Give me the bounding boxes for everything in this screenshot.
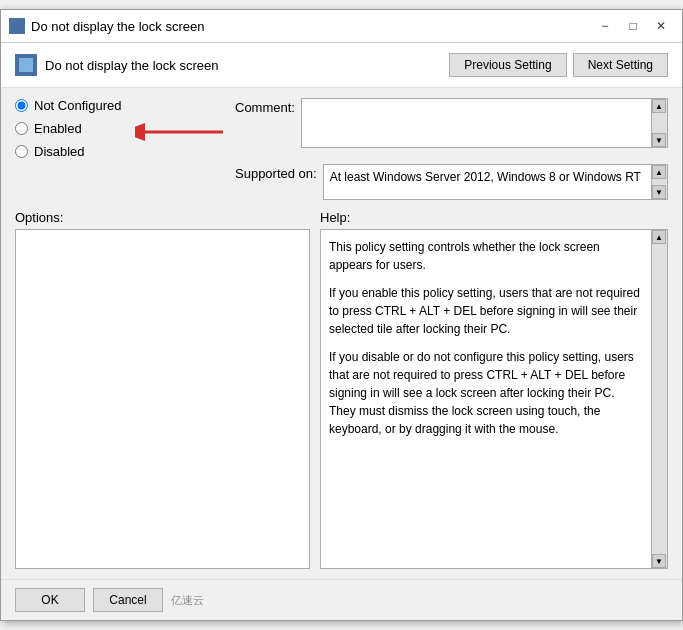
comment-box-wrap: ▲ ▼ [301,98,668,148]
supported-section: Supported on: At least Windows Server 20… [235,164,668,200]
options-label: Options: [15,210,310,225]
radio-enabled-label[interactable]: Enabled [34,121,82,136]
options-box [15,229,310,569]
radio-enabled-input[interactable] [15,122,28,135]
help-box-wrap: This policy setting controls whether the… [320,229,668,569]
red-arrow-icon [135,117,225,147]
supported-value: At least Windows Server 2012, Windows 8 … [323,164,652,200]
help-label: Help: [320,210,668,225]
radio-enabled: Enabled [15,121,235,136]
radio-disabled: Disabled [15,144,235,159]
help-scroll-down[interactable]: ▼ [652,554,666,568]
header-title: Do not display the lock screen [45,58,218,73]
help-para-2: If you enable this policy setting, users… [329,284,643,338]
watermark: 亿速云 [171,593,204,608]
supported-scrollbar[interactable]: ▲ ▼ [652,164,668,200]
supported-scroll-up[interactable]: ▲ [652,165,666,179]
comment-scrollbar[interactable]: ▲ ▼ [652,98,668,148]
radio-disabled-input[interactable] [15,145,28,158]
comment-section: Comment: ▲ ▼ [235,98,668,148]
help-scroll-up[interactable]: ▲ [652,230,666,244]
right-panel: Comment: ▲ ▼ Supported on: At least Wind… [235,98,668,200]
supported-scroll-down[interactable]: ▼ [652,185,666,199]
comment-textarea[interactable] [301,98,652,148]
help-text: This policy setting controls whether the… [320,229,652,569]
close-button[interactable]: ✕ [648,16,674,36]
title-bar-icon [9,18,25,34]
next-setting-button[interactable]: Next Setting [573,53,668,77]
maximize-button[interactable]: □ [620,16,646,36]
comment-label: Comment: [235,98,295,115]
radio-group: Not Configured Enabled [15,98,235,159]
minimize-button[interactable]: − [592,16,618,36]
radio-disabled-label[interactable]: Disabled [34,144,85,159]
help-para-1: This policy setting controls whether the… [329,238,643,274]
bottom-panels: Options: Help: This policy setting contr… [1,210,682,579]
ok-button[interactable]: OK [15,588,85,612]
scroll-up-arrow[interactable]: ▲ [652,99,666,113]
radio-not-configured-label[interactable]: Not Configured [34,98,121,113]
help-panel: Help: This policy setting controls wheth… [320,210,668,569]
header-buttons: Previous Setting Next Setting [449,53,668,77]
title-bar: Do not display the lock screen − □ ✕ [1,10,682,43]
left-panel: Not Configured Enabled [15,98,235,200]
help-scrollbar[interactable]: ▲ ▼ [652,229,668,569]
options-panel: Options: [15,210,310,569]
dialog-window: Do not display the lock screen − □ ✕ Do … [0,9,683,621]
scroll-down-arrow[interactable]: ▼ [652,133,666,147]
content-area: Not Configured Enabled [1,88,682,210]
previous-setting-button[interactable]: Previous Setting [449,53,566,77]
footer: OK Cancel 亿速云 [1,579,682,620]
supported-label: Supported on: [235,164,317,181]
header-area: Do not display the lock screen Previous … [1,43,682,88]
radio-not-configured-input[interactable] [15,99,28,112]
radio-not-configured: Not Configured [15,98,235,113]
supported-box-wrap: At least Windows Server 2012, Windows 8 … [323,164,668,200]
header-left: Do not display the lock screen [15,54,218,76]
policy-icon [15,54,37,76]
title-bar-text: Do not display the lock screen [31,19,586,34]
help-para-3: If you disable or do not configure this … [329,348,643,438]
window-controls: − □ ✕ [592,16,674,36]
cancel-button[interactable]: Cancel [93,588,163,612]
